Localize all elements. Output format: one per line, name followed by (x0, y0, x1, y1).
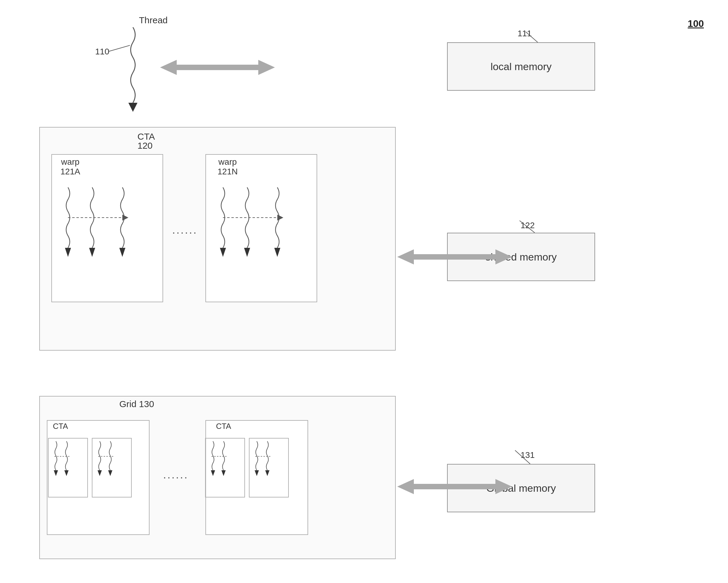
local-memory-label: local memory (491, 61, 552, 73)
svg-marker-38 (397, 479, 414, 494)
local-memory-box: local memory (447, 42, 595, 91)
cta-ref: 120 (137, 141, 153, 151)
ref-122: 122 (520, 221, 535, 230)
svg-marker-18 (397, 249, 414, 264)
shared-memory-label: shared memory (486, 251, 557, 263)
warp-121n-label: warp 121N (217, 157, 238, 177)
grid-label: Grid 130 (119, 399, 154, 409)
cta-inner-left-label: CTA (53, 422, 68, 431)
global-memory-label: Global memory (486, 482, 556, 494)
diagram-container: 100 Thread 110 111 local memory (0, 0, 728, 583)
figure-number: 100 (688, 18, 704, 29)
warp-121a-label: warp 121A (60, 157, 80, 177)
svg-marker-5 (258, 60, 275, 75)
cta-label: CTA (137, 131, 155, 142)
cta-inner-right-box (205, 420, 308, 535)
grid-dots-separator: ...... (163, 468, 188, 481)
ref-111: 111 (517, 29, 532, 39)
thread-symbol (118, 27, 148, 112)
cta-inner-right-label: CTA (216, 422, 231, 431)
svg-marker-4 (160, 60, 177, 75)
warp-dots-separator: ...... (172, 224, 198, 236)
ref-131: 131 (520, 450, 535, 460)
ref-110: 110 (95, 47, 109, 56)
thread-label: Thread (139, 15, 168, 25)
shared-memory-box: shared memory (447, 233, 595, 281)
cta-inner-left-box (47, 420, 150, 535)
svg-marker-0 (128, 103, 137, 112)
global-memory-box: Global memory (447, 464, 595, 512)
